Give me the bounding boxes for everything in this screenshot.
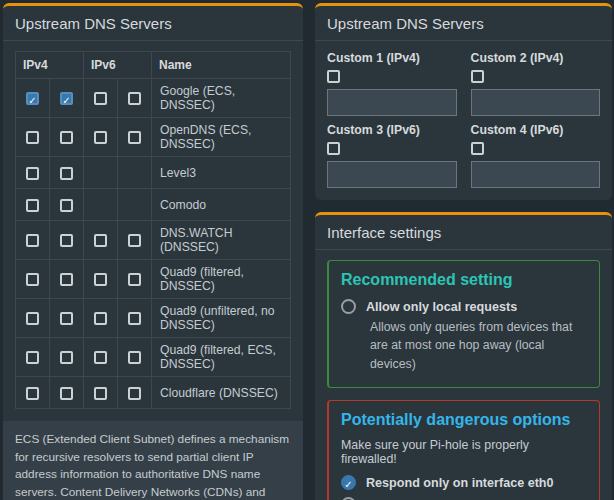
server-name: DNS.WATCH (DNSSEC) bbox=[152, 221, 291, 260]
ipv4-checkbox[interactable] bbox=[26, 131, 39, 144]
custom-dns-enable-checkbox[interactable] bbox=[327, 70, 340, 83]
custom-dns-field: Custom 3 (IPv6) bbox=[327, 123, 457, 188]
ipv4-checkbox[interactable] bbox=[26, 234, 39, 247]
recommended-setting-box: Recommended setting Allow only local req… bbox=[327, 260, 600, 388]
ipv6-checkbox-cell bbox=[84, 377, 118, 409]
custom-dns-field: Custom 2 (IPv4) bbox=[471, 51, 601, 116]
ipv6-checkbox-cell bbox=[84, 338, 118, 377]
ipv6-checkbox[interactable] bbox=[128, 273, 141, 286]
custom-dns-label: Custom 4 (IPv6) bbox=[471, 123, 601, 137]
custom-dns-enable-checkbox[interactable] bbox=[471, 70, 484, 83]
custom-dns-grid: Custom 1 (IPv4)Custom 2 (IPv4)Custom 3 (… bbox=[327, 51, 600, 188]
custom-dns-field: Custom 1 (IPv4) bbox=[327, 51, 457, 116]
server-name: Comodo bbox=[152, 189, 291, 221]
settings-page: Upstream DNS Servers IPv4 IPv6 Name ✓✓Go… bbox=[0, 0, 614, 500]
right-column: Upstream DNS Servers Custom 1 (IPv4)Cust… bbox=[315, 3, 612, 500]
ipv4-checkbox[interactable] bbox=[26, 273, 39, 286]
interface-settings-panel: Interface settings Recommended setting A… bbox=[315, 212, 612, 500]
ipv4-checkbox-cell bbox=[16, 377, 50, 409]
ipv6-checkbox[interactable] bbox=[128, 312, 141, 325]
upstream-dns-table: IPv4 IPv6 Name ✓✓Google (ECS, DNSSEC)Ope… bbox=[15, 51, 291, 409]
dangerous-option: Bind only to interface eth0 bbox=[341, 496, 587, 500]
ipv6-checkbox-cell bbox=[84, 157, 118, 189]
ipv4-checkbox-cell bbox=[16, 157, 50, 189]
ipv4-checkbox[interactable] bbox=[60, 351, 73, 364]
table-row: Level3 bbox=[16, 157, 291, 189]
ipv6-checkbox-cell bbox=[118, 79, 152, 118]
ipv6-checkbox-cell bbox=[118, 299, 152, 338]
recommended-option: Allow only local requests bbox=[341, 298, 587, 314]
ipv4-checkbox[interactable] bbox=[26, 312, 39, 325]
ipv4-checkbox-cell bbox=[16, 118, 50, 157]
ipv6-checkbox[interactable] bbox=[94, 351, 107, 364]
ipv4-checkbox[interactable] bbox=[60, 387, 73, 400]
ipv6-checkbox-cell bbox=[84, 221, 118, 260]
ipv4-checkbox-cell bbox=[50, 189, 84, 221]
custom-dns-label: Custom 1 (IPv4) bbox=[327, 51, 457, 65]
ipv6-checkbox[interactable] bbox=[128, 387, 141, 400]
dangerous-radio[interactable]: ✓ bbox=[341, 475, 356, 490]
ipv6-checkbox[interactable] bbox=[94, 92, 107, 105]
ipv4-checkbox[interactable]: ✓ bbox=[60, 92, 73, 105]
ipv4-checkbox[interactable] bbox=[60, 234, 73, 247]
custom-dns-enable-checkbox[interactable] bbox=[327, 142, 340, 155]
server-name: Cloudflare (DNSSEC) bbox=[152, 377, 291, 409]
ipv4-checkbox-cell bbox=[16, 299, 50, 338]
recommended-heading: Recommended setting bbox=[341, 271, 587, 289]
ipv6-checkbox-cell bbox=[118, 221, 152, 260]
ipv6-checkbox[interactable] bbox=[128, 92, 141, 105]
upstream-table-container: IPv4 IPv6 Name ✓✓Google (ECS, DNSSEC)Ope… bbox=[3, 41, 303, 421]
custom-dns-label: Custom 2 (IPv4) bbox=[471, 51, 601, 65]
table-header-row: IPv4 IPv6 Name bbox=[16, 52, 291, 79]
ipv4-checkbox[interactable] bbox=[60, 131, 73, 144]
custom-dns-input[interactable] bbox=[471, 89, 601, 116]
recommended-radio[interactable] bbox=[341, 299, 356, 314]
custom-dns-input[interactable] bbox=[327, 89, 457, 116]
server-name: Google (ECS, DNSSEC) bbox=[152, 79, 291, 118]
table-row: Quad9 (unfiltered, no DNSSEC) bbox=[16, 299, 291, 338]
ipv4-checkbox[interactable] bbox=[26, 167, 39, 180]
dangerous-options: ✓Respond only on interface eth0Bind only… bbox=[341, 474, 587, 500]
custom-dns-enable-checkbox[interactable] bbox=[471, 142, 484, 155]
custom-dns-input[interactable] bbox=[471, 161, 601, 188]
ipv4-checkbox[interactable] bbox=[26, 199, 39, 212]
ipv6-checkbox-cell bbox=[118, 377, 152, 409]
ipv4-checkbox[interactable] bbox=[60, 312, 73, 325]
ipv6-checkbox[interactable] bbox=[128, 131, 141, 144]
ipv6-checkbox[interactable] bbox=[94, 387, 107, 400]
dangerous-radio-label: Respond only on interface eth0 bbox=[366, 474, 554, 490]
ipv4-checkbox[interactable] bbox=[60, 199, 73, 212]
ipv4-checkbox[interactable] bbox=[26, 351, 39, 364]
ipv6-checkbox[interactable] bbox=[94, 273, 107, 286]
ipv4-checkbox-cell: ✓ bbox=[16, 79, 50, 118]
ecs-explanation-text: ECS (Extended Client Subnet) defines a m… bbox=[15, 432, 289, 500]
table-row: Quad9 (filtered, ECS, DNSSEC) bbox=[16, 338, 291, 377]
ipv6-checkbox-cell bbox=[118, 157, 152, 189]
recommended-options: Allow only local requestsAllows only que… bbox=[341, 298, 587, 373]
custom-dns-input[interactable] bbox=[327, 161, 457, 188]
ipv6-checkbox-cell bbox=[84, 189, 118, 221]
ipv4-checkbox-cell bbox=[50, 260, 84, 299]
ipv4-checkbox[interactable] bbox=[60, 273, 73, 286]
ipv4-checkbox-cell bbox=[16, 260, 50, 299]
ipv6-checkbox[interactable] bbox=[94, 312, 107, 325]
ipv6-checkbox[interactable] bbox=[94, 234, 107, 247]
custom-dns-label: Custom 3 (IPv6) bbox=[327, 123, 457, 137]
ipv4-checkbox-cell bbox=[50, 157, 84, 189]
panel-title: Upstream DNS Servers bbox=[315, 6, 612, 41]
ipv6-checkbox-cell bbox=[84, 118, 118, 157]
upstream-table-body: ✓✓Google (ECS, DNSSEC)OpenDNS (ECS, DNSS… bbox=[16, 79, 291, 409]
ipv4-checkbox[interactable] bbox=[26, 387, 39, 400]
recommended-radio-label: Allow only local requests bbox=[366, 298, 517, 314]
ipv4-checkbox[interactable] bbox=[60, 167, 73, 180]
ipv4-checkbox[interactable]: ✓ bbox=[26, 92, 39, 105]
ipv6-checkbox[interactable] bbox=[128, 351, 141, 364]
table-row: Comodo bbox=[16, 189, 291, 221]
ipv6-checkbox[interactable] bbox=[94, 131, 107, 144]
ipv4-checkbox-cell bbox=[50, 377, 84, 409]
ipv6-checkbox[interactable] bbox=[128, 234, 141, 247]
ipv4-checkbox-cell bbox=[50, 118, 84, 157]
panel-title: Interface settings bbox=[315, 215, 612, 250]
server-name: Level3 bbox=[152, 157, 291, 189]
table-row: Quad9 (filtered, DNSSEC) bbox=[16, 260, 291, 299]
